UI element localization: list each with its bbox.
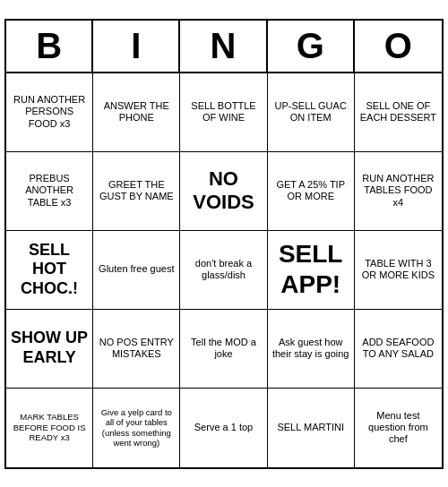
header-letter: G bbox=[268, 21, 355, 72]
bingo-cell[interactable]: TABLE WITH 3 OR MORE KIDS bbox=[355, 231, 442, 310]
bingo-cell[interactable]: Gluten free guest bbox=[93, 231, 180, 310]
bingo-cell[interactable]: SELL APP! bbox=[268, 231, 355, 310]
bingo-cell[interactable]: GET A 25% TIP OR MORE bbox=[268, 152, 355, 231]
header-letter: I bbox=[93, 21, 180, 72]
bingo-cell[interactable]: SHOW UP EARLY bbox=[6, 310, 93, 389]
bingo-cell[interactable]: Tell the MOD a joke bbox=[180, 310, 267, 389]
bingo-cell[interactable]: ADD SEAFOOD TO ANY SALAD bbox=[355, 310, 442, 389]
bingo-cell[interactable]: SELL BOTTLE OF WINE bbox=[180, 73, 267, 152]
bingo-cell[interactable]: NO VOIDS bbox=[180, 152, 267, 231]
bingo-cell[interactable]: SELL HOT CHOC.! bbox=[6, 231, 93, 310]
bingo-cell[interactable]: NO POS ENTRY MISTAKES bbox=[93, 310, 180, 389]
header-letter: O bbox=[355, 21, 442, 72]
bingo-cell[interactable]: RUN ANOTHER TABLES FOOD x4 bbox=[355, 152, 442, 231]
bingo-cell[interactable]: SELL ONE OF EACH DESSERT bbox=[355, 73, 442, 152]
bingo-cell[interactable]: SELL MARTINI bbox=[268, 389, 355, 467]
bingo-cell[interactable]: PREBUS ANOTHER TABLE x3 bbox=[6, 152, 93, 231]
bingo-cell[interactable]: GREET THE GUST BY NAME bbox=[93, 152, 180, 231]
bingo-cell[interactable]: Ask guest how their stay is going bbox=[268, 310, 355, 389]
bingo-grid: RUN ANOTHER PERSONS FOOD x3ANSWER THE PH… bbox=[6, 73, 442, 467]
bingo-cell[interactable]: Serve a 1 top bbox=[180, 389, 267, 467]
bingo-cell[interactable]: Give a yelp card to all of your tables (… bbox=[93, 389, 180, 467]
header-letter: N bbox=[180, 21, 267, 72]
bingo-cell[interactable]: don't break a glass/dish bbox=[180, 231, 267, 310]
bingo-card: BINGO RUN ANOTHER PERSONS FOOD x3ANSWER … bbox=[4, 19, 444, 469]
bingo-cell[interactable]: ANSWER THE PHONE bbox=[93, 73, 180, 152]
bingo-cell[interactable]: Menu test question from chef bbox=[355, 389, 442, 467]
bingo-header: BINGO bbox=[6, 21, 442, 73]
bingo-cell[interactable]: UP-SELL GUAC ON ITEM bbox=[268, 73, 355, 152]
header-letter: B bbox=[6, 21, 93, 72]
bingo-cell[interactable]: MARK TABLES BEFORE FOOD IS READY x3 bbox=[6, 389, 93, 467]
bingo-cell[interactable]: RUN ANOTHER PERSONS FOOD x3 bbox=[6, 73, 93, 152]
